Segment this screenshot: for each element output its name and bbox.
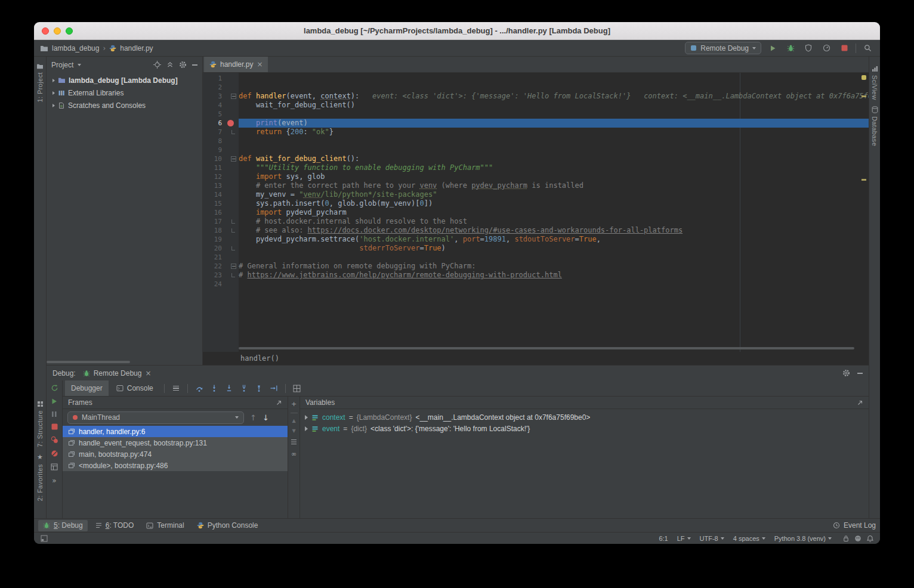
close-window-button[interactable] [42,27,49,35]
fold-marker[interactable]: − [231,94,236,99]
expand-chevron-icon[interactable] [53,104,55,107]
line-number[interactable]: 1 [203,74,222,83]
code-line[interactable]: 5 [203,110,869,119]
tool-stripe-structure[interactable]: 7: Structure [36,398,44,450]
project-panel-title[interactable]: Project [51,61,73,69]
gutter[interactable] [222,119,239,128]
code-line[interactable]: 15 sys.path.insert(0, glob.glob(my_venv)… [203,199,869,208]
line-number[interactable]: 18 [203,226,222,235]
line-number[interactable]: 12 [203,172,222,181]
breakpoint-dot[interactable] [227,120,234,126]
tool-stripe-database[interactable]: Database [871,103,878,149]
code-line[interactable]: 18 # see also: https://docs.docker.com/d… [203,226,869,235]
tab-python-console-toolwindow[interactable]: Python Console [192,520,263,531]
expand-chevron-icon[interactable] [53,79,55,82]
line-number[interactable]: 13 [203,181,222,190]
run-to-cursor-button[interactable] [267,382,280,395]
code-line[interactable]: 14 my_venv = "venv/lib/python*/site-pack… [203,190,869,199]
interpreter-widget[interactable]: Python 3.8 (venv) [774,535,832,542]
pin-icon[interactable] [857,400,863,406]
variable-row[interactable]: event = {dict} <class 'dict'>: {'message… [300,423,869,434]
close-icon[interactable]: × [145,369,151,377]
add-watch-icon[interactable]: + [291,400,297,408]
code-line[interactable]: 6 print(event) [203,119,869,128]
line-number[interactable]: 11 [203,163,222,172]
mute-breakpoints-icon[interactable] [51,450,58,457]
fold-marker[interactable]: − [231,264,236,269]
move-up-icon[interactable]: ▲ [292,418,295,423]
line-number[interactable]: 17 [203,217,222,226]
indent-widget[interactable]: 4 spaces [733,535,765,542]
line-number[interactable]: 20 [203,244,222,253]
settings-gear-icon[interactable] [179,61,187,69]
frame-row[interactable]: handler, handler.py:6 [63,426,288,437]
toolwindow-switcher-icon[interactable] [41,535,48,542]
event-log-button[interactable]: Event Log [833,521,876,530]
code-line[interactable]: 10−def wait_for_debug_client(): [203,154,869,163]
tree-item-scratches[interactable]: Scratches and Consoles [47,99,202,112]
line-number[interactable]: 6 [203,119,222,128]
tab-todo-toolwindow[interactable]: 6: TODO [91,520,139,531]
show-watches-list-icon[interactable] [290,438,298,445]
fold-end-marker[interactable] [231,130,235,134]
encoding-widget[interactable]: UTF-8 [700,535,724,542]
code-line[interactable]: 8 [203,137,869,146]
code-line[interactable]: 7 return {200: "ok"} [203,128,869,137]
step-into-button[interactable] [208,382,221,395]
code-line[interactable]: 16 import pydevd_pycharm [203,208,869,217]
code-line[interactable]: 20 stderrToServer=True) [203,244,869,253]
fold-marker[interactable]: − [231,156,236,162]
layout-menu-icon[interactable] [169,382,183,395]
fold-end-marker[interactable] [231,228,235,233]
line-number[interactable]: 19 [203,235,222,244]
code-line[interactable]: 9 [203,146,869,154]
line-number[interactable]: 14 [203,190,222,199]
code-line[interactable]: 22−# General information on remote debug… [203,262,869,271]
line-number[interactable]: 21 [203,253,222,262]
project-hscrollbar[interactable] [47,361,130,363]
line-number[interactable]: 16 [203,208,222,217]
variable-row[interactable]: context = {LambdaContext} <__main__.Lamb… [300,411,869,423]
code-line[interactable]: 19 pydevd_pycharm.settrace('host.docker.… [203,235,869,244]
gutter[interactable] [222,244,239,253]
code-line[interactable]: 1 [203,74,869,83]
expand-chevron-icon[interactable] [53,91,55,95]
pin-icon[interactable] [276,400,282,406]
gutter[interactable] [222,128,239,137]
breadcrumb-scope[interactable]: handler() [240,354,279,363]
code-line[interactable]: 12 import sys, glob [203,172,869,181]
zoom-window-button[interactable] [66,27,73,35]
gutter[interactable] [222,74,239,83]
previous-frame-icon[interactable]: ↑ [250,413,257,422]
move-down-icon[interactable]: ▼ [292,428,295,434]
code-line[interactable]: 3−def handler(event, context): event: <c… [203,92,869,101]
locate-file-icon[interactable] [153,61,161,69]
gutter[interactable] [222,235,239,244]
frame-row[interactable]: main, bootstrap.py:474 [63,448,288,460]
error-stripe-mark[interactable] [861,179,866,181]
breadcrumb-file[interactable]: handler.py [120,44,153,52]
gutter[interactable] [222,253,239,262]
gutter[interactable] [222,280,239,289]
tree-item-project-root[interactable]: lambda_debug [Lambda Debug] [47,74,202,86]
gutter[interactable] [222,110,239,119]
layout-settings-button[interactable] [291,382,304,395]
gutter[interactable]: − [222,154,239,163]
tab-debugger[interactable]: Debugger [65,380,109,396]
breadcrumb-project[interactable]: lambda_debug [52,44,99,52]
line-number[interactable]: 3 [203,92,222,101]
lock-icon[interactable] [843,535,849,542]
expand-chevron-icon[interactable] [305,415,308,420]
gutter[interactable] [222,217,239,226]
settings-gear-icon[interactable] [842,369,850,377]
thread-select[interactable]: MainThread [67,411,244,424]
gutter[interactable]: − [222,92,239,101]
code-line[interactable]: 4 wait_for_debug_client() [203,101,869,110]
editor-hscrollbar[interactable] [239,347,854,349]
line-number[interactable]: 5 [203,110,222,119]
code-line[interactable]: 23# https://www.jetbrains.com/help/pycha… [203,271,869,280]
gutter[interactable] [222,181,239,190]
debug-session-tab[interactable]: Remote Debug × [83,369,152,377]
gutter[interactable] [222,101,239,110]
profiler-button[interactable] [820,42,833,55]
